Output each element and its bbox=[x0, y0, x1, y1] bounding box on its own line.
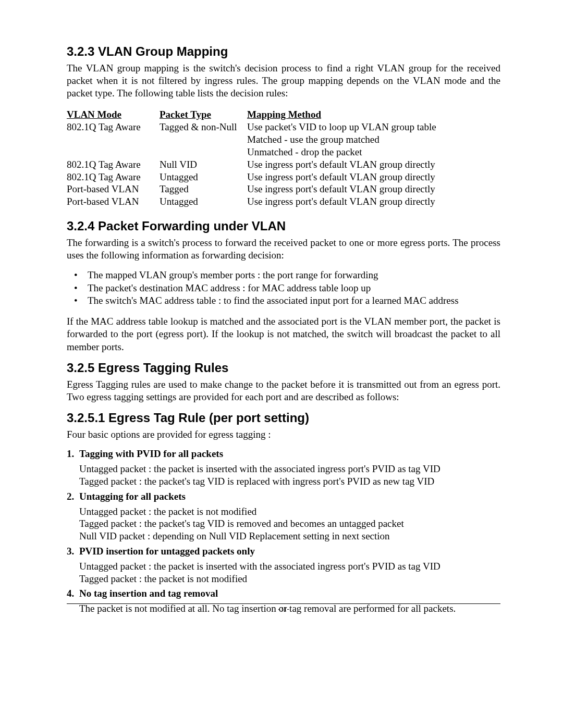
td: 802.1Q Tag Aware bbox=[67, 171, 160, 184]
para-324-1: The forwarding is a switch's process to … bbox=[67, 237, 500, 262]
page: 3.2.3 VLAN Group Mapping The VLAN group … bbox=[0, 0, 563, 728]
td: Port-based VLAN bbox=[67, 196, 160, 208]
para-323: The VLAN group mapping is the switch's d… bbox=[67, 62, 500, 100]
table-row: 802.1Q Tag Aware Null VID Use ingress po… bbox=[67, 159, 446, 171]
td: 802.1Q Tag Aware bbox=[67, 121, 160, 134]
option-line: Tagged packet : the packet's tag VID is … bbox=[79, 475, 500, 488]
table-header-row: VLAN Mode Packet Type Mapping Method bbox=[67, 109, 446, 121]
td bbox=[67, 134, 160, 146]
td: Tagged & non-Null bbox=[160, 121, 247, 134]
td: Use packet's VID to loop up VLAN group t… bbox=[247, 121, 446, 134]
td: Use ingress port's default VLAN group di… bbox=[247, 183, 446, 196]
para-324-2: If the MAC address table lookup is match… bbox=[67, 315, 500, 353]
table-row: Port-based VLAN Untagged Use ingress por… bbox=[67, 196, 446, 208]
vlan-mapping-table: VLAN Mode Packet Type Mapping Method 802… bbox=[67, 109, 446, 208]
para-3251: Four basic options are provided for egre… bbox=[67, 428, 500, 441]
table-row: Port-based VLAN Tagged Use ingress port'… bbox=[67, 183, 446, 196]
list-item: Untagging for all packets Untagged packe… bbox=[67, 491, 500, 542]
list-item: Tagging with PVID for all packets Untagg… bbox=[67, 448, 500, 488]
option-line: Null VID packet : depending on Null VID … bbox=[79, 530, 500, 542]
option-title: Untagging for all packets bbox=[79, 491, 500, 502]
td: Use ingress port's default VLAN group di… bbox=[247, 159, 446, 171]
option-line: Tagged packet : the packet's tag VID is … bbox=[79, 517, 500, 530]
list-item: The packet's destination MAC address : f… bbox=[67, 282, 500, 294]
forwarding-bullets: The mapped VLAN group's member ports : t… bbox=[67, 269, 500, 307]
option-title: PVID insertion for untagged packets only bbox=[79, 546, 500, 557]
td: Null VID bbox=[160, 159, 247, 171]
td: Port-based VLAN bbox=[67, 183, 160, 196]
td: Untagged bbox=[160, 171, 247, 184]
th-vlan-mode: VLAN Mode bbox=[67, 109, 160, 121]
table-row: Unmatched - drop the packet bbox=[67, 146, 446, 159]
page-number: -31- bbox=[278, 605, 289, 613]
egress-options-list: Tagging with PVID for all packets Untagg… bbox=[67, 448, 500, 615]
td: Matched - use the group matched bbox=[247, 134, 446, 146]
td bbox=[160, 134, 247, 146]
table-row: 802.1Q Tag Aware Untagged Use ingress po… bbox=[67, 171, 446, 184]
heading-323: 3.2.3 VLAN Group Mapping bbox=[67, 44, 500, 59]
option-title: No tag insertion and tag removal bbox=[79, 588, 500, 599]
list-item: The switch's MAC address table : to find… bbox=[67, 294, 500, 307]
th-packet-type: Packet Type bbox=[160, 109, 247, 121]
td bbox=[160, 146, 247, 159]
td: Unmatched - drop the packet bbox=[247, 146, 446, 159]
option-line: Untagged packet : the packet is inserted… bbox=[79, 560, 500, 573]
page-footer: -31- bbox=[67, 603, 500, 613]
para-325: Egress Tagging rules are used to make ch… bbox=[67, 378, 500, 403]
td bbox=[67, 146, 160, 159]
td: Use ingress port's default VLAN group di… bbox=[247, 196, 446, 208]
list-item: PVID insertion for untagged packets only… bbox=[67, 546, 500, 585]
option-line: Tagged packet : the packet is not modifi… bbox=[79, 573, 500, 585]
list-item: The mapped VLAN group's member ports : t… bbox=[67, 269, 500, 281]
option-line: Untagged packet : the packet is inserted… bbox=[79, 463, 500, 475]
table-row: Matched - use the group matched bbox=[67, 134, 446, 146]
heading-3251: 3.2.5.1 Egress Tag Rule (per port settin… bbox=[67, 411, 500, 425]
option-line: Untagged packet : the packet is not modi… bbox=[79, 505, 500, 518]
td: Untagged bbox=[160, 196, 247, 208]
heading-325: 3.2.5 Egress Tagging Rules bbox=[67, 361, 500, 375]
td: Tagged bbox=[160, 183, 247, 196]
td: Use ingress port's default VLAN group di… bbox=[247, 171, 446, 184]
th-mapping: Mapping Method bbox=[247, 109, 446, 121]
option-title: Tagging with PVID for all packets bbox=[79, 448, 500, 460]
table-row: 802.1Q Tag Aware Tagged & non-Null Use p… bbox=[67, 121, 446, 134]
td: 802.1Q Tag Aware bbox=[67, 159, 160, 171]
heading-324: 3.2.4 Packet Forwarding under VLAN bbox=[67, 219, 500, 233]
